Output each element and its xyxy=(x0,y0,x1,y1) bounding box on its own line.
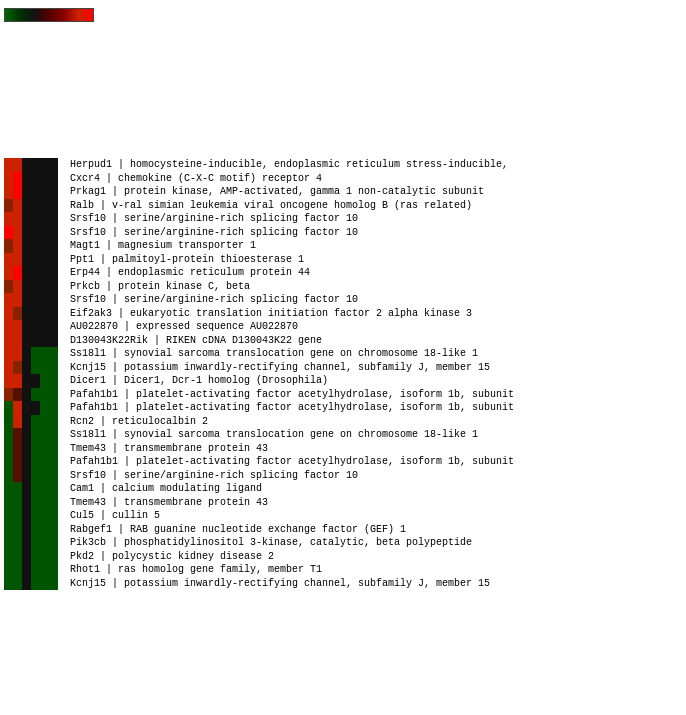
hm-row xyxy=(4,496,66,510)
hm-cell xyxy=(31,523,40,537)
gene-list: Herpud1 | homocysteine-inducible, endopl… xyxy=(70,158,682,590)
hm-cell xyxy=(22,307,31,321)
hm-cell xyxy=(49,388,58,402)
hm-cell xyxy=(40,212,49,226)
hm-cell xyxy=(49,415,58,429)
hm-cell xyxy=(49,239,58,253)
hm-cell xyxy=(31,401,40,415)
hm-cell xyxy=(22,455,31,469)
gene-row: Rhot1 | ras homolog gene family, member … xyxy=(70,563,682,577)
hm-cell xyxy=(31,442,40,456)
hm-cell xyxy=(4,266,13,280)
hm-cell xyxy=(31,266,40,280)
hm-cell xyxy=(13,469,22,483)
hm-cell xyxy=(49,266,58,280)
hm-cell xyxy=(13,172,22,186)
hm-cell xyxy=(13,401,22,415)
hm-cell xyxy=(49,293,58,307)
hm-cell xyxy=(49,185,58,199)
hm-cell xyxy=(40,293,49,307)
hm-row xyxy=(4,523,66,537)
hm-cell xyxy=(4,577,13,591)
hm-cell xyxy=(4,293,13,307)
hm-cell xyxy=(4,199,13,213)
hm-cell xyxy=(4,320,13,334)
gene-row: Kcnj15 | potassium inwardly-rectifying c… xyxy=(70,577,682,591)
hm-cell xyxy=(31,563,40,577)
hm-cell xyxy=(4,523,13,537)
hm-cell xyxy=(22,185,31,199)
hm-row xyxy=(4,212,66,226)
hm-cell xyxy=(49,577,58,591)
hm-cell xyxy=(13,199,22,213)
hm-cell xyxy=(22,536,31,550)
hm-cell xyxy=(40,428,49,442)
main-container: Herpud1 | homocysteine-inducible, endopl… xyxy=(0,0,686,598)
hm-row xyxy=(4,158,66,172)
hm-cell xyxy=(40,496,49,510)
gene-row: Ss18l1 | synovial sarcoma translocation … xyxy=(70,428,682,442)
heatmap-grid xyxy=(4,158,66,590)
hm-cell xyxy=(13,307,22,321)
gene-row: Tmem43 | transmembrane protein 43 xyxy=(70,496,682,510)
gene-row: Rabgef1 | RAB guanine nucleotide exchang… xyxy=(70,523,682,537)
hm-cell xyxy=(22,509,31,523)
hm-cell xyxy=(31,577,40,591)
hm-row xyxy=(4,415,66,429)
gene-row: Rcn2 | reticulocalbin 2 xyxy=(70,415,682,429)
hm-cell xyxy=(31,496,40,510)
hm-cell xyxy=(13,253,22,267)
hm-cell xyxy=(40,563,49,577)
hm-cell xyxy=(4,212,13,226)
hm-cell xyxy=(13,185,22,199)
hm-row xyxy=(4,347,66,361)
hm-cell xyxy=(22,415,31,429)
hm-cell xyxy=(13,361,22,375)
hm-cell xyxy=(40,320,49,334)
hm-cell xyxy=(4,253,13,267)
color-scale xyxy=(4,8,682,22)
hm-cell xyxy=(4,334,13,348)
hm-cell xyxy=(49,428,58,442)
gene-row: Cam1 | calcium modulating ligand xyxy=(70,482,682,496)
hm-cell xyxy=(22,563,31,577)
hm-row xyxy=(4,401,66,415)
gene-row: Pkd2 | polycystic kidney disease 2 xyxy=(70,550,682,564)
hm-cell xyxy=(13,239,22,253)
hm-cell xyxy=(22,172,31,186)
hm-cell xyxy=(13,442,22,456)
hm-cell xyxy=(40,172,49,186)
gene-row: Srsf10 | serine/arginine-rich splicing f… xyxy=(70,293,682,307)
hm-cell xyxy=(4,280,13,294)
gene-row: Prkag1 | protein kinase, AMP-activated, … xyxy=(70,185,682,199)
hm-cell xyxy=(13,509,22,523)
gene-row: Pafah1b1 | platelet-activating factor ac… xyxy=(70,455,682,469)
hm-row xyxy=(4,482,66,496)
gene-row: Srsf10 | serine/arginine-rich splicing f… xyxy=(70,212,682,226)
hm-cell xyxy=(40,509,49,523)
hm-cell xyxy=(40,239,49,253)
gene-row: Srsf10 | serine/arginine-rich splicing f… xyxy=(70,469,682,483)
hm-row xyxy=(4,361,66,375)
hm-cell xyxy=(4,496,13,510)
gene-row: Srsf10 | serine/arginine-rich splicing f… xyxy=(70,226,682,240)
hm-cell xyxy=(31,334,40,348)
gene-row: Ppt1 | palmitoyl-protein thioesterase 1 xyxy=(70,253,682,267)
hm-cell xyxy=(49,496,58,510)
hm-cell xyxy=(13,482,22,496)
hm-row xyxy=(4,280,66,294)
hm-cell xyxy=(13,455,22,469)
hm-cell xyxy=(22,212,31,226)
hm-cell xyxy=(4,347,13,361)
hm-cell xyxy=(4,428,13,442)
hm-cell xyxy=(31,415,40,429)
hm-cell xyxy=(13,563,22,577)
hm-cell xyxy=(40,469,49,483)
hm-cell xyxy=(4,158,13,172)
hm-cell xyxy=(13,320,22,334)
hm-cell xyxy=(40,401,49,415)
hm-cell xyxy=(13,334,22,348)
hm-cell xyxy=(49,280,58,294)
hm-cell xyxy=(40,577,49,591)
hm-cell xyxy=(40,226,49,240)
